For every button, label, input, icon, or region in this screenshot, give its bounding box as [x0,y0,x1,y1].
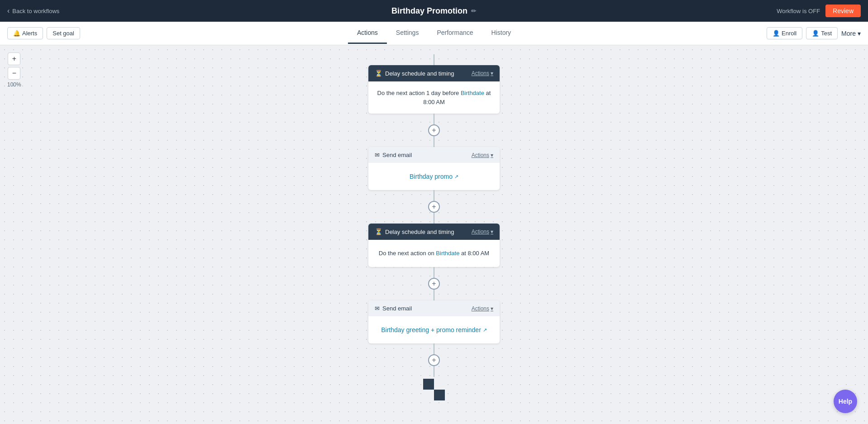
delay-card-2-title: Delay schedule and timing [385,229,454,235]
enroll-label: Enroll [782,30,796,37]
send-email-card-2: ✉ Send email Actions ▾ Birthday greeting… [368,300,500,343]
alerts-label: Alerts [22,30,37,37]
actions-chevron-icon-2: ▾ [491,152,493,158]
delay-card-1-header: ⏳ Delay schedule and timing Actions ▾ [368,65,500,81]
add-step-button-2[interactable]: + [428,201,440,213]
delay-card-1-text: Do the next action 1 day before Birthdat… [376,89,492,106]
connector-group-3: + [428,267,440,300]
add-step-button-1[interactable]: + [428,124,440,136]
envelope-icon-2: ✉ [375,305,380,312]
connector-group-4: + [428,343,440,377]
test-label: Test [821,30,832,37]
end-sq-dark-br [434,390,445,400]
send-email-card-1-title: Send email [382,152,412,158]
send-email-card-1-actions[interactable]: Actions ▾ [472,152,493,158]
connector-line [434,213,434,224]
add-step-button-4[interactable]: + [428,354,440,366]
flow-container: ⏳ Delay schedule and timing Actions ▾ Do… [0,45,868,424]
external-link-icon-2: ↗ [483,327,487,333]
test-icon: 👤 [812,30,819,37]
delay-card-1-actions[interactable]: Actions ▾ [472,70,493,76]
connector-line [434,290,434,300]
birthdate-link-2[interactable]: Birthdate [436,250,459,257]
tab-performance[interactable]: Performance [428,23,482,44]
birthdate-link-1[interactable]: Birthdate [461,90,484,96]
zoom-controls: + − 100% [7,52,21,88]
add-step-button-3[interactable]: + [428,278,440,290]
tab-actions[interactable]: Actions [348,23,387,44]
more-label: More [841,30,856,37]
actions-chevron-icon: ▾ [491,70,493,76]
help-button[interactable]: Help [834,390,857,413]
connector-line [434,136,434,147]
second-navigation: 🔔 Alerts Set goal Actions Settings Perfo… [0,22,868,45]
set-goal-button[interactable]: Set goal [47,27,80,39]
header-left: ✉ Send email [375,305,412,312]
help-label: Help [839,398,852,405]
end-sq-light-bl [423,390,434,400]
delay-card-2-text: Do the next action on Birthdate at 8:00 … [379,249,489,258]
review-button[interactable]: Review [825,5,861,17]
zoom-level-label: 100% [7,81,21,88]
send-email-card-2-body: Birthday greeting + promo reminder ↗ [368,316,500,343]
send-email-card-1: ✉ Send email Actions ▾ Birthday promo ↗ [368,147,500,190]
more-button[interactable]: More ▾ [841,30,861,37]
edit-title-icon[interactable]: ✏ [471,7,477,14]
back-arrow-icon: ‹ [7,7,10,15]
end-sq-light-tr [434,379,445,390]
delay-card-2-actions[interactable]: Actions ▾ [472,229,493,235]
zoom-out-button[interactable]: − [8,67,20,80]
actions-chevron-icon-3: ▾ [491,229,493,235]
nav-right-area: Workflow is OFF Review [777,5,861,17]
delay-card-1-title: Delay schedule and timing [385,70,454,77]
top-connector [434,54,434,65]
send-email-card-2-header: ✉ Send email Actions ▾ [368,300,500,316]
birthday-promo-link[interactable]: Birthday promo ↗ [410,173,458,180]
nav-title-area: Birthday Promotion ✏ [391,6,477,16]
left-buttons: 🔔 Alerts Set goal [7,27,80,39]
tab-settings[interactable]: Settings [387,23,428,44]
send-email-card-2-actions[interactable]: Actions ▾ [472,305,493,312]
workflow-title: Birthday Promotion [391,6,467,16]
end-node [423,379,445,400]
enroll-button[interactable]: 👤 Enroll [767,27,802,39]
hourglass-icon: ⏳ [375,70,382,77]
connector-line [434,114,434,124]
back-to-workflows-link[interactable]: ‹ Back to workflows [7,7,59,15]
send-email-card-1-header: ✉ Send email Actions ▾ [368,147,500,163]
more-chevron-icon: ▾ [858,30,861,37]
connector-line [434,366,434,377]
envelope-icon: ✉ [375,152,380,158]
external-link-icon: ↗ [454,174,458,180]
top-navigation: ‹ Back to workflows Birthday Promotion ✏… [0,0,868,22]
connector-line [434,190,434,201]
workflow-status-label: Workflow is OFF [777,8,820,14]
zoom-in-button[interactable]: + [8,52,20,65]
header-left: ⏳ Delay schedule and timing [375,228,454,235]
connector-line [434,54,434,65]
connector-group-1: + [428,114,440,147]
person-icon: 👤 [773,30,780,37]
workflow-canvas: + − 100% ⏳ Delay schedule and timing Act… [0,45,868,424]
send-email-card-1-body: Birthday promo ↗ [368,163,500,190]
back-link-label: Back to workflows [12,8,59,14]
delay-card-2: ⏳ Delay schedule and timing Actions ▾ Do… [368,224,500,267]
tab-history[interactable]: History [482,23,520,44]
birthday-greeting-link[interactable]: Birthday greeting + promo reminder ↗ [381,326,487,333]
bell-icon: 🔔 [13,30,20,37]
test-button[interactable]: 👤 Test [806,27,838,39]
end-sq-dark-tl [423,379,434,390]
connector-group-2: + [428,190,440,224]
delay-card-2-header: ⏳ Delay schedule and timing Actions ▾ [368,224,500,240]
tabs-center: Actions Settings Performance History [348,23,520,44]
delay-card-2-body: Do the next action on Birthdate at 8:00 … [368,240,500,267]
set-goal-label: Set goal [52,30,74,37]
delay-card-1: ⏳ Delay schedule and timing Actions ▾ Do… [368,65,500,114]
connector-line [434,343,434,354]
connector-line [434,267,434,278]
right-buttons: 👤 Enroll 👤 Test More ▾ [767,27,861,39]
actions-chevron-icon-4: ▾ [491,305,493,312]
alerts-button[interactable]: 🔔 Alerts [7,27,43,39]
send-email-card-2-title: Send email [382,305,412,312]
header-left: ✉ Send email [375,152,412,158]
